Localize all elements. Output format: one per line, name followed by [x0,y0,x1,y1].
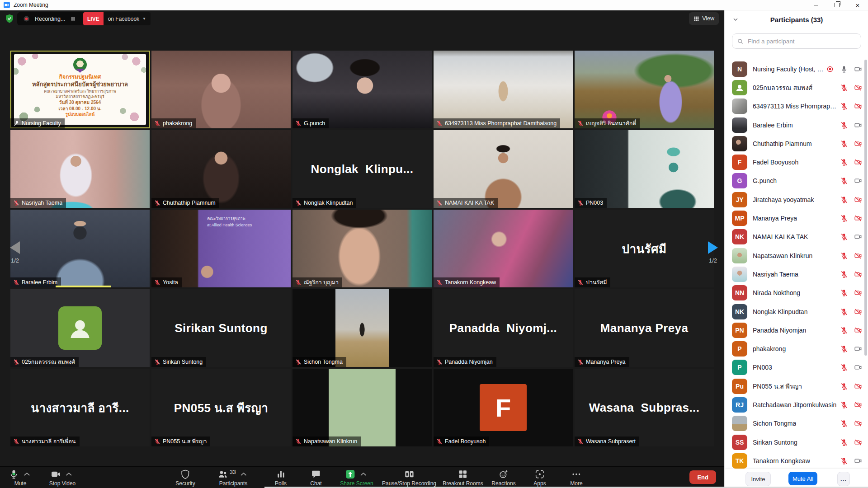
muted-mic-icon[interactable] [840,121,848,129]
participant-row[interactable]: Nasriyah Taema [725,265,868,283]
minimize-button[interactable] [806,0,826,10]
muted-mic-icon[interactable] [840,308,848,316]
toolbar-breakout-rooms[interactable]: Breakout Rooms [443,468,483,487]
video-tile[interactable]: FFadel Booyusoh [434,369,573,446]
participant-row[interactable]: PuPN055 น.ส พีรญา [725,377,868,395]
video-tile[interactable]: NAMAI KAI KA TAK [434,130,573,208]
participant-search[interactable] [732,33,861,49]
video-tile[interactable]: นางสาวมาลี อารี...นางสาวมาลี อารีเพื่อน [10,369,150,446]
toolbar-more[interactable]: More [570,468,582,487]
chevron-up-icon[interactable] [22,469,32,479]
video-tile[interactable]: G.punch [292,51,432,128]
video-tile[interactable]: Chuthathip Piamnum [151,130,291,208]
chevron-up-icon[interactable] [64,469,74,479]
camera-off-icon[interactable] [854,252,862,260]
participant-row[interactable]: SSSirikan Suntong [725,433,868,451]
camera-off-icon[interactable] [854,214,862,222]
toolbar-chat[interactable]: Chat [310,468,321,487]
camera-icon[interactable] [854,177,862,185]
participant-row[interactable]: FFadel Booyusoh [725,153,868,171]
invite-button[interactable]: Invite [745,472,771,486]
video-tile[interactable]: ปานรัศมีปานรัศมี [575,210,714,287]
muted-mic-icon[interactable] [840,177,848,185]
muted-mic-icon[interactable] [840,419,848,427]
muted-mic-icon[interactable] [840,326,848,334]
video-tile[interactable]: phakakrong [151,51,291,128]
participant-row[interactable]: RJRatchadawan Jitpornkulwasin [725,395,868,414]
participant-row[interactable]: PNPanadda Niyomjan [725,321,868,339]
gallery-prev-button[interactable]: 1/2 [10,241,20,264]
muted-mic-icon[interactable] [840,102,848,110]
camera-off-icon[interactable] [854,289,862,297]
maximize-button[interactable] [826,0,847,10]
muted-mic-icon[interactable] [840,196,848,204]
participant-row[interactable]: Napatsawan Klinkrun [725,246,868,265]
chevron-up-icon[interactable] [239,469,249,479]
mute-all-button[interactable]: Mute All [788,472,817,485]
video-tile[interactable]: เบญจสิริ อินทนาศักดิ์ [575,51,714,128]
muted-mic-icon[interactable] [840,289,848,297]
camera-icon[interactable] [854,345,862,353]
participant-row[interactable]: NKNonglak Klinpudtan [725,302,868,321]
participant-row[interactable]: NNNirada Nokthong [725,284,868,302]
video-tile[interactable]: Tanakorn Kongkeaw [434,210,573,287]
toolbar-apps[interactable]: Apps [533,468,546,487]
toolbar-mute[interactable]: Mute [9,468,32,487]
camera-icon[interactable] [854,363,862,371]
participant-row[interactable]: Chuthathip Piamnum [725,134,868,153]
chevron-up-icon[interactable] [358,469,368,479]
video-tile[interactable]: Nonglak Klinpu...Nonglak Klinpudtan [292,130,432,208]
video-tile[interactable]: ณัฐริกา บุญมา [292,210,432,287]
participant-row[interactable]: TKTanakorn Kongkeaw [725,451,868,469]
view-button[interactable]: View [689,12,719,25]
participant-row[interactable]: NNursing Faculty (Host, me) [725,60,868,78]
video-tile[interactable]: Sichon Tongma [292,289,432,367]
muted-mic-icon[interactable] [840,214,848,222]
muted-mic-icon[interactable] [840,158,848,166]
participant-row[interactable]: MPMananya Preya [725,209,868,227]
camera-off-icon[interactable] [854,401,862,409]
panel-scrollbar[interactable] [864,60,867,356]
video-tile[interactable]: PN055 น.ส พีรญาPN055 น.ส พีรญา [151,369,291,446]
participant-row[interactable]: JYJiratchaya yooyatmak [725,190,868,209]
muted-mic-icon[interactable] [840,140,848,148]
camera-icon[interactable] [854,233,862,241]
participant-row[interactable]: 634973113 Miss Phornpraphat ... [725,97,868,116]
camera-off-icon[interactable] [854,102,862,110]
participant-row[interactable]: PPN003 [725,358,868,377]
close-button[interactable]: × [847,0,868,10]
camera-off-icon[interactable] [854,326,862,334]
toolbar-pause-stop-recording[interactable]: Pause/Stop Recording [382,468,436,487]
participant-row[interactable]: 025กมลวรรณ สมพงศ์ [725,78,868,97]
camera-off-icon[interactable] [854,308,862,316]
video-tile[interactable]: กิจกรรมปฐมนิเทศหลักสูตรประกาศนียบัตรผู้ช… [10,51,150,128]
video-tile[interactable]: 025กมลวรรณ สมพงศ์ [10,289,150,367]
gallery-next-button[interactable]: 1/2 [708,241,718,264]
muted-mic-icon[interactable] [840,457,848,465]
muted-mic-icon[interactable] [840,233,848,241]
camera-icon[interactable] [854,457,862,465]
video-tile[interactable]: คณะวิทยาการสุขภาพat Allied Health Scienc… [151,210,291,287]
participant-row[interactable]: Baralee Erbim [725,116,868,134]
video-tile[interactable]: Baralee Erbim [10,210,150,287]
muted-mic-icon[interactable] [840,270,848,278]
toolbar-polls[interactable]: Polls [275,468,287,487]
camera-icon[interactable] [854,65,862,73]
muted-mic-icon[interactable] [840,401,848,409]
search-input[interactable] [747,38,856,45]
muted-mic-icon[interactable] [840,252,848,260]
participant-row[interactable]: Pphakakrong [725,339,868,358]
muted-mic-icon[interactable] [840,438,848,446]
pause-recording-icon[interactable] [70,15,76,22]
panel-more-button[interactable]: ... [837,472,850,486]
muted-mic-icon[interactable] [840,84,848,92]
muted-mic-icon[interactable] [840,382,848,390]
camera-off-icon[interactable] [854,419,862,427]
mic-icon[interactable] [840,65,848,73]
participant-row[interactable]: Sichon Tongma [725,414,868,433]
participant-row[interactable]: NKNAMAI KAI KA TAK [725,228,868,246]
video-tile[interactable]: Panadda Niyomj...Panadda Niyomjan [434,289,573,367]
camera-off-icon[interactable] [854,196,862,204]
camera-icon[interactable] [854,121,862,129]
camera-off-icon[interactable] [854,158,862,166]
